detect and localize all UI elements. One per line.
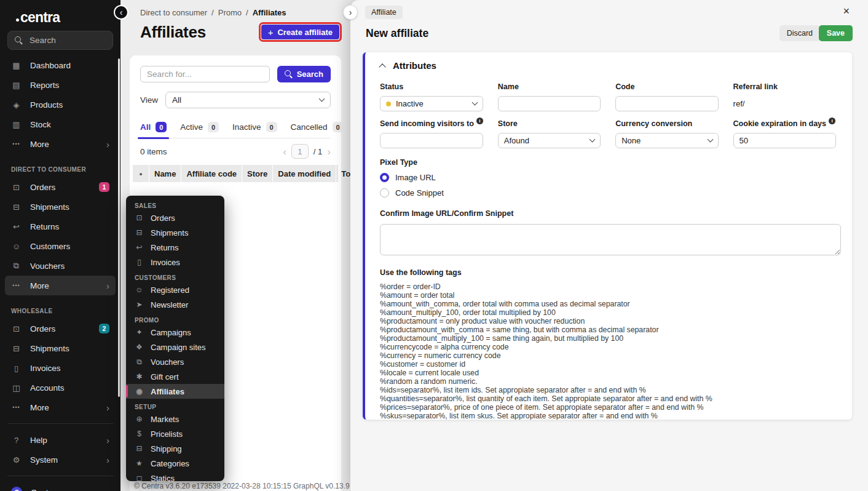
breadcrumb-link[interactable]: Promo (218, 8, 242, 17)
radio-image-url[interactable]: Image URL (380, 173, 836, 182)
close-icon[interactable]: × (843, 6, 850, 17)
flyout-item-orders[interactable]: ⊡ Orders (126, 210, 224, 225)
sidebar-item-system[interactable]: ⚙ System › (5, 450, 116, 469)
chevron-up-icon[interactable] (379, 63, 385, 70)
sidebar-item-label: Shipments (30, 202, 69, 212)
sidebar-item-ws-invoices[interactable]: ▯ Invoices (5, 358, 116, 378)
page-prev-button[interactable]: ‹ (283, 146, 286, 157)
sidebar-item-dtc-shipments[interactable]: ⊟ Shipments (5, 197, 116, 217)
chevron-right-icon: › (106, 140, 109, 149)
page-number-input[interactable]: 1 (291, 144, 309, 159)
flyout-item-categories[interactable]: ★ Categories (126, 456, 224, 471)
flyout-item-label: Vouchers (151, 357, 184, 367)
tag-line: %amount = order total (380, 291, 836, 300)
column-header-affiliate-code[interactable]: Affiliate code (181, 165, 242, 182)
shipping-icon: ⊟ (135, 444, 144, 453)
sidebar-item-dashboard[interactable]: ▦ Dashboard (5, 55, 116, 75)
flyout-item-shipping[interactable]: ⊟ Shipping (126, 441, 224, 456)
tab-all[interactable]: All 0 (140, 122, 167, 132)
breadcrumb: Direct to consumer / Promo / Affiliates (140, 8, 286, 17)
sidebar-item-products[interactable]: ◈ Products (5, 95, 116, 114)
sidebar-item-dtc-vouchers[interactable]: ⧉ Vouchers (5, 256, 116, 276)
field-store: Store Afound (498, 119, 601, 148)
search-input[interactable] (140, 66, 270, 82)
sidebar-search-input[interactable]: Search (7, 31, 113, 50)
name-input[interactable] (498, 96, 601, 111)
discard-button[interactable]: Discard (779, 25, 820, 41)
flyout-item-label: Campaigns (151, 328, 191, 337)
tab-cancelled[interactable]: Cancelled 0 (291, 122, 344, 132)
sidebar-item-more-top[interactable]: ••• More › (5, 134, 116, 154)
store-select[interactable]: Afound (498, 133, 601, 148)
flyout-item-newsletter[interactable]: ➤ Newsletter (126, 297, 224, 312)
page-next-button[interactable]: › (327, 146, 331, 157)
sidebar-scrollbar[interactable] (118, 58, 120, 397)
sidebar-item-stock[interactable]: ▥ Stock (5, 114, 116, 134)
invoices-icon: ▯ (11, 364, 22, 373)
flyout-item-campaigns[interactable]: ✦ Campaigns (126, 325, 224, 340)
breadcrumb-link[interactable]: Direct to consumer (140, 8, 207, 17)
attributes-card: Attributes Status Inactive Name Code Ref (363, 52, 852, 420)
confirm-snippet-textarea[interactable] (380, 224, 841, 255)
flyout-item-vouchers[interactable]: ⧉ Vouchers (126, 354, 224, 369)
flyout-item-label: Registered (151, 285, 189, 295)
tag-line: %productamount_multiply_100 = same thing… (380, 334, 836, 343)
cookie-expiration-input[interactable] (733, 133, 836, 148)
sidebar-item-account-centra[interactable]: C Centra › (5, 482, 116, 491)
sidebar-item-label: Customers (30, 242, 70, 251)
column-header-store[interactable]: Store (242, 165, 273, 182)
sidebar-item-ws-shipments[interactable]: ⊟ Shipments (5, 338, 116, 358)
send-incoming-visitors-input[interactable] (380, 133, 483, 148)
flyout-item-shipments[interactable]: ⊟ Shipments (126, 225, 224, 240)
search-button-label: Search (297, 70, 323, 79)
column-header-name[interactable]: Name (149, 165, 181, 182)
flyout-item-gift-cert[interactable]: ✱ Gift cert (126, 369, 224, 384)
sidebar-item-ws-accounts[interactable]: ◫ Accounts (5, 378, 116, 397)
sidebar-item-reports[interactable]: ▤ Reports (5, 75, 116, 95)
save-button[interactable]: Save (819, 25, 853, 41)
create-affiliate-button[interactable]: + Create affiliate (261, 25, 339, 39)
flyout-item-label: Campaign sites (151, 343, 206, 352)
sidebar-item-label: Invoices (30, 364, 61, 373)
view-select[interactable]: All (165, 92, 331, 108)
sidebar-item-dtc-returns[interactable]: ↩ Returns (5, 217, 116, 236)
vouchers-icon: ⧉ (135, 357, 144, 366)
tab-active[interactable]: Active 0 (180, 122, 219, 132)
sidebar-item-dtc-orders[interactable]: ⊡ Orders 1 (5, 177, 116, 197)
sidebar-item-help[interactable]: ? Help › (5, 430, 116, 450)
tab-affiliate[interactable]: Affiliate (365, 6, 403, 19)
flyout-item-label: Gift cert (151, 372, 179, 381)
flyout-item-label: Orders (151, 214, 175, 223)
panel-expand-button[interactable]: › (343, 5, 358, 20)
sidebar-collapse-button[interactable]: ‹ (114, 5, 128, 20)
radio-code-snippet[interactable]: Code Snippet (380, 188, 836, 198)
sidebar-item-ws-more[interactable]: ••• More › (5, 397, 116, 417)
search-icon (285, 70, 293, 78)
flyout-item-affiliates[interactable]: ◉ Affiliates (126, 384, 224, 399)
tab-inactive[interactable]: Inactive 0 (232, 122, 277, 132)
flyout-item-markets[interactable]: ⊕ Markets (126, 412, 224, 426)
sidebar-item-ws-orders[interactable]: ⊡ Orders 2 (5, 319, 116, 338)
field-status: Status Inactive (380, 82, 483, 111)
status-select[interactable]: Inactive (380, 96, 483, 111)
flyout-section-sales: SALES (135, 202, 224, 209)
flyout-item-registered[interactable]: ☺ Registered (126, 282, 224, 297)
sidebar-item-label: Help (30, 436, 47, 445)
flyout-item-statics[interactable]: ◻ Statics (126, 471, 224, 481)
flyout-item-campaign-sites[interactable]: ❖ Campaign sites (126, 340, 224, 354)
divider (7, 423, 113, 424)
column-header-date-modified[interactable]: Date modified (273, 165, 336, 182)
sidebar-item-dtc-more[interactable]: ••• More › (5, 276, 116, 295)
search-button[interactable]: Search (277, 66, 331, 82)
code-input[interactable] (615, 96, 718, 111)
flyout-item-invoices[interactable]: ▯ Invoices (126, 255, 224, 269)
currency-conversion-select[interactable]: None (615, 133, 718, 148)
info-icon[interactable]: i (829, 118, 835, 124)
info-icon[interactable]: i (476, 118, 483, 124)
products-icon: ◈ (11, 100, 22, 110)
sidebar-item-dtc-customers[interactable]: ☺ Customers (5, 236, 116, 256)
sidebar-item-label: More (30, 281, 49, 290)
flyout-item-returns[interactable]: ↩ Returns (126, 240, 224, 255)
flyout-item-label: Returns (151, 243, 179, 252)
flyout-item-pricelists[interactable]: $ Pricelists (126, 426, 224, 441)
